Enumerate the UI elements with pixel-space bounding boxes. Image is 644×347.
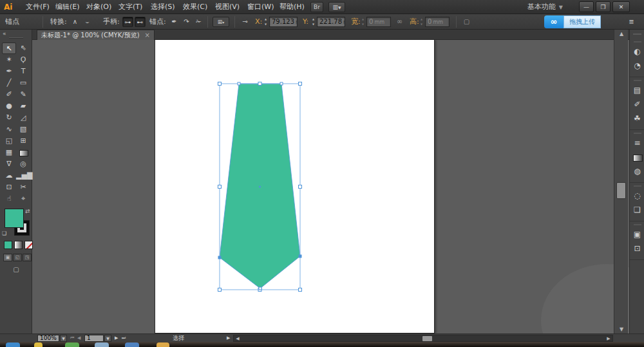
mesh-tool[interactable]: ▦	[2, 147, 16, 158]
rotate-tool[interactable]: ↻	[2, 112, 16, 124]
taskbar-folder-icon[interactable]	[156, 342, 169, 347]
anchor-point[interactable]	[259, 287, 261, 290]
menu-help[interactable]: 帮助(H)	[276, 0, 308, 14]
anchor-point[interactable]	[299, 255, 301, 258]
perspective-grid-tool[interactable]: ⊞	[16, 135, 30, 147]
panel-swatches[interactable]: ▤	[630, 83, 644, 97]
eyedropper-tool[interactable]: ∇	[2, 158, 16, 170]
connect-anchor-button[interactable]: ↷	[181, 17, 192, 27]
artboard-dropdown-icon[interactable]: ▼	[104, 335, 111, 342]
opacity-slider-icon[interactable]: ⊸	[240, 17, 251, 27]
remove-anchor-button[interactable]: ✒	[169, 17, 180, 27]
collapse-panel-icon[interactable]: «	[3, 30, 6, 37]
dock-grip[interactable]	[633, 33, 641, 35]
convert-to-corner-button[interactable]: ∧	[70, 17, 80, 27]
type-tool[interactable]: T	[16, 66, 30, 77]
menu-file[interactable]: 文件(F)	[22, 0, 53, 14]
cut-path-button[interactable]: ✁	[193, 17, 204, 27]
panel-toggle-icon[interactable]: ≣	[626, 17, 637, 27]
panel-layers[interactable]: ▣	[630, 227, 644, 241]
arrange-documents-button[interactable]: ▥▼	[328, 2, 345, 12]
symbol-sprayer-tool[interactable]: ☁	[2, 170, 16, 182]
panel-transparency[interactable]: ◍	[630, 164, 644, 178]
start-button[interactable]	[6, 342, 20, 347]
panel-color[interactable]: ◐	[630, 44, 644, 59]
width-tool[interactable]: ∿	[2, 124, 16, 135]
none-button[interactable]	[24, 241, 33, 249]
hide-handles-button[interactable]: ⊷	[135, 17, 146, 27]
tab-close-icon[interactable]: ×	[145, 32, 150, 39]
menu-window[interactable]: 窗口(W)	[243, 0, 278, 14]
pen-tool[interactable]: ✒	[2, 66, 16, 77]
restore-button[interactable]: ❐	[596, 1, 611, 12]
menu-effect[interactable]: 效果(C)	[179, 0, 211, 14]
panel-symbols[interactable]: ☘	[630, 111, 644, 126]
paintbrush-tool[interactable]: ✐	[2, 89, 16, 100]
menu-select[interactable]: 选择(S)	[147, 0, 179, 14]
drag-upload-button[interactable]: 拖拽上传	[564, 15, 601, 28]
menu-type[interactable]: 文字(T)	[115, 0, 146, 14]
panel-artboards[interactable]: ⊡	[630, 241, 644, 256]
menu-view[interactable]: 视图(V)	[211, 0, 243, 14]
bbox-handle[interactable]	[299, 82, 302, 86]
zoom-level-field[interactable]: 100%	[37, 335, 59, 342]
free-transform-tool[interactable]: ▧	[16, 124, 30, 135]
magic-wand-tool[interactable]: ✶	[2, 54, 16, 66]
taskbar-app-blue-icon[interactable]	[125, 342, 139, 347]
convert-to-smooth-button[interactable]: ⌣	[82, 17, 93, 27]
x-stepper[interactable]: ▲▼	[263, 17, 268, 27]
taskbar-qq-icon[interactable]	[34, 342, 43, 347]
bbox-handle[interactable]	[258, 82, 261, 86]
zoom-tool[interactable]: ⌖	[16, 193, 30, 205]
direct-selection-tool[interactable]: ⇖	[16, 42, 30, 54]
close-button[interactable]: ✕	[612, 1, 630, 12]
blend-tool[interactable]: ◎	[16, 158, 30, 170]
gradient-tool[interactable]	[16, 147, 30, 158]
minimize-button[interactable]: —	[579, 1, 594, 12]
x-field[interactable]: 79.123mm	[269, 17, 298, 27]
artboard-tool[interactable]: ⊡	[2, 182, 16, 193]
bbox-handle[interactable]	[299, 185, 302, 189]
draw-behind-button[interactable]: ◱	[13, 254, 22, 261]
fill-swatch[interactable]	[5, 209, 24, 228]
canvas-area[interactable]	[32, 40, 614, 333]
bridge-button[interactable]: Br	[310, 2, 323, 12]
selection-tool[interactable]: ↖	[2, 42, 16, 54]
panel-grip[interactable]	[9, 37, 23, 39]
panel-stroke[interactable]: ≡	[630, 136, 644, 150]
swap-fill-stroke-icon[interactable]: ⇄	[25, 208, 30, 214]
scroll-right-icon[interactable]: ▶	[605, 335, 612, 342]
lasso-tool[interactable]: Ϙ	[16, 54, 30, 66]
hand-tool[interactable]: ☝	[2, 193, 16, 205]
scale-tool[interactable]: ◿	[16, 112, 30, 124]
panel-appearance[interactable]: ◌	[630, 189, 644, 203]
bbox-handle[interactable]	[218, 82, 222, 86]
anchor-point[interactable]	[238, 82, 240, 85]
y-field[interactable]: 221.78mm	[317, 17, 345, 27]
draw-normal-button[interactable]: ▣	[3, 254, 12, 261]
eraser-tool[interactable]: ▰	[16, 100, 30, 112]
menu-edit[interactable]: 编辑(E)	[52, 0, 84, 14]
show-handles-button[interactable]: ⊶	[122, 17, 133, 27]
color-button[interactable]	[4, 241, 12, 249]
variable-width-combo[interactable]: ⊞▾	[213, 17, 229, 27]
isolate-object-button[interactable]: ▢	[461, 17, 472, 27]
bbox-handle[interactable]	[218, 185, 222, 189]
draw-inside-button[interactable]: ◳	[23, 254, 32, 261]
taskbar-explorer-icon[interactable]	[95, 342, 109, 347]
workspace-switcher[interactable]: 基本功能▼	[527, 0, 563, 14]
screen-mode-button[interactable]: ▢	[10, 265, 23, 274]
panel-gradient[interactable]	[630, 150, 644, 164]
zoom-dropdown-icon[interactable]: ▼	[60, 335, 67, 342]
default-fill-stroke-icon[interactable]: ❏	[2, 230, 9, 238]
artboard-number-field[interactable]: 1	[84, 335, 104, 342]
taskbar-app-green-icon[interactable]	[65, 342, 79, 347]
panel-brushes[interactable]: ✐	[630, 97, 644, 111]
scroll-left-icon[interactable]: ◀	[234, 335, 241, 342]
document-tab[interactable]: 未标题-1* @ 100% (CMYK/预览)×	[37, 30, 155, 40]
anchor-point[interactable]	[280, 82, 283, 85]
windows-taskbar[interactable]	[0, 342, 644, 347]
rectangle-tool[interactable]: ▭	[16, 77, 30, 89]
y-stepper[interactable]: ▲▼	[311, 17, 316, 27]
menu-object[interactable]: 对象(O)	[82, 0, 115, 14]
